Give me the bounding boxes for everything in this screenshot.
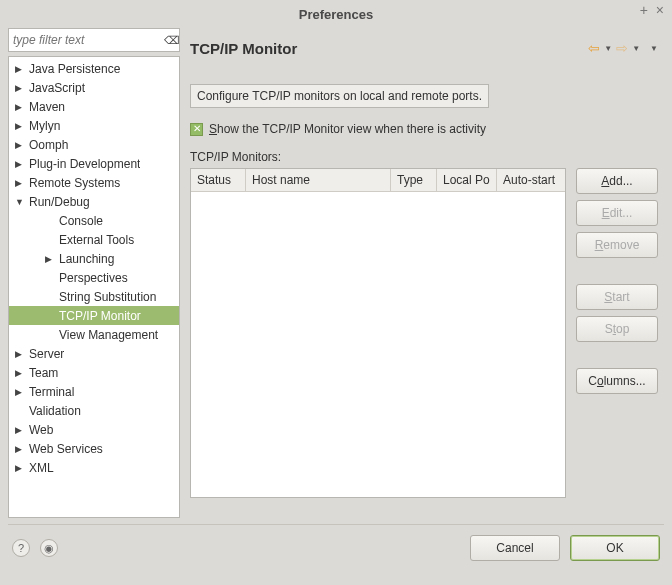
col-local[interactable]: Local Po	[437, 169, 497, 191]
tree-item-label: Run/Debug	[29, 195, 90, 209]
filter-input[interactable]	[13, 33, 164, 47]
tree-expander-icon[interactable]: ▶	[15, 349, 29, 359]
tree-expander-icon[interactable]: ▶	[15, 425, 29, 435]
content-pane: TCP/IP Monitor ⇦ ▼ ⇨ ▼ ▼ Configure TCP/I…	[184, 28, 664, 518]
window-minimize-icon[interactable]: +	[640, 2, 648, 18]
tree-expander-icon[interactable]: ▶	[15, 159, 29, 169]
info-icon[interactable]: ◉	[40, 539, 58, 557]
tree-expander-icon[interactable]: ▶	[45, 254, 59, 264]
back-arrow-icon[interactable]: ⇦	[588, 40, 600, 56]
tree-item-label: Console	[59, 214, 103, 228]
tree-item[interactable]: ▶Terminal	[9, 382, 179, 401]
tree-item-label: Oomph	[29, 138, 68, 152]
start-button: Start	[576, 284, 658, 310]
tree-expander-icon[interactable]: ▶	[15, 368, 29, 378]
tree-item-label: Launching	[59, 252, 114, 266]
tree-expander-icon[interactable]: ▶	[15, 83, 29, 93]
remove-button: Remove	[576, 232, 658, 258]
table-header: Status Host name Type Local Po Auto-star…	[191, 169, 565, 192]
add-button[interactable]: Add...	[576, 168, 658, 194]
forward-arrow-icon[interactable]: ⇨	[616, 40, 628, 56]
tree-item[interactable]: ▶Web	[9, 420, 179, 439]
description-box: Configure TCP/IP monitors on local and r…	[190, 84, 489, 108]
tree-expander-icon[interactable]: ▶	[15, 463, 29, 473]
tree-item[interactable]: ▶Web Services	[9, 439, 179, 458]
tree-item[interactable]: ▶Launching	[9, 249, 179, 268]
tree-item-label: Terminal	[29, 385, 74, 399]
window-title: Preferences	[299, 7, 373, 22]
tree-item[interactable]: ▶Server	[9, 344, 179, 363]
tree-expander-icon[interactable]: ▼	[15, 197, 29, 207]
cancel-button[interactable]: Cancel	[470, 535, 560, 561]
tree-item-label: Validation	[29, 404, 81, 418]
page-title: TCP/IP Monitor	[190, 40, 297, 57]
tree-item-label: Perspectives	[59, 271, 128, 285]
tree-item[interactable]: ▶Java Persistence	[9, 59, 179, 78]
tree-expander-icon[interactable]: ▶	[15, 64, 29, 74]
col-auto[interactable]: Auto-start	[497, 169, 565, 191]
back-menu-icon[interactable]: ▼	[604, 44, 612, 53]
sidebar: ⌫ ▶Java Persistence▶JavaScript▶Maven▶Myl…	[8, 28, 180, 518]
clear-filter-icon[interactable]: ⌫	[164, 34, 180, 47]
footer: ? ◉ Cancel OK	[0, 525, 672, 571]
tree-item[interactable]: ▶Mylyn	[9, 116, 179, 135]
window-close-icon[interactable]: ×	[656, 2, 664, 18]
tree-expander-icon[interactable]: ▶	[15, 121, 29, 131]
main-area: ⌫ ▶Java Persistence▶JavaScript▶Maven▶Myl…	[0, 28, 672, 518]
tree-item-label: Mylyn	[29, 119, 60, 133]
nav-arrows: ⇦ ▼ ⇨ ▼ ▼	[588, 40, 658, 56]
tree-item-label: Java Persistence	[29, 62, 120, 76]
stop-button: Stop	[576, 316, 658, 342]
tree-item[interactable]: View Management	[9, 325, 179, 344]
tree-expander-icon[interactable]: ▶	[15, 387, 29, 397]
tree-item-label: Remote Systems	[29, 176, 120, 190]
tree-item[interactable]: ▶Oomph	[9, 135, 179, 154]
side-buttons: Add... Edit... Remove Start Stop Columns…	[576, 168, 658, 518]
edit-button: Edit...	[576, 200, 658, 226]
page-menu-icon[interactable]: ▼	[650, 44, 658, 53]
checkbox-icon[interactable]: ✕	[190, 123, 203, 136]
show-view-checkbox-row[interactable]: ✕ Show the TCP/IP Monitor view when ther…	[190, 122, 658, 136]
tree-item-label: Maven	[29, 100, 65, 114]
tree-item[interactable]: Perspectives	[9, 268, 179, 287]
tree-item[interactable]: ▶Maven	[9, 97, 179, 116]
tree-item[interactable]: ▶XML	[9, 458, 179, 477]
window-controls: + ×	[640, 2, 664, 18]
tree-item[interactable]: Validation	[9, 401, 179, 420]
tree-item[interactable]: ▶JavaScript	[9, 78, 179, 97]
tree-item-label: Team	[29, 366, 58, 380]
monitors-table[interactable]: Status Host name Type Local Po Auto-star…	[190, 168, 566, 498]
checkbox-label: Show the TCP/IP Monitor view when there …	[209, 122, 486, 136]
tree-item[interactable]: String Substitution	[9, 287, 179, 306]
tree-item[interactable]: ▼Run/Debug	[9, 192, 179, 211]
tree-item[interactable]: ▶Plug-in Development	[9, 154, 179, 173]
titlebar: Preferences + ×	[0, 0, 672, 28]
ok-button[interactable]: OK	[570, 535, 660, 561]
tree-item-label: Web Services	[29, 442, 103, 456]
monitors-area: Status Host name Type Local Po Auto-star…	[190, 168, 658, 518]
tree-item[interactable]: Console	[9, 211, 179, 230]
tree-item[interactable]: TCP/IP Monitor	[9, 306, 179, 325]
tree-item-label: String Substitution	[59, 290, 156, 304]
tree-expander-icon[interactable]: ▶	[15, 140, 29, 150]
tree-expander-icon[interactable]: ▶	[15, 178, 29, 188]
filter-field-wrap[interactable]: ⌫	[8, 28, 180, 52]
tree-item-label: Web	[29, 423, 53, 437]
col-host[interactable]: Host name	[246, 169, 391, 191]
content-header: TCP/IP Monitor ⇦ ▼ ⇨ ▼ ▼	[190, 32, 658, 64]
tree-item[interactable]: ▶Team	[9, 363, 179, 382]
columns-button[interactable]: Columns...	[576, 368, 658, 394]
col-type[interactable]: Type	[391, 169, 437, 191]
tree-item-label: Server	[29, 347, 64, 361]
tree-item[interactable]: External Tools	[9, 230, 179, 249]
monitors-label: TCP/IP Monitors:	[190, 150, 658, 164]
tree-item-label: TCP/IP Monitor	[59, 309, 141, 323]
preferences-tree[interactable]: ▶Java Persistence▶JavaScript▶Maven▶Mylyn…	[8, 56, 180, 518]
tree-expander-icon[interactable]: ▶	[15, 444, 29, 454]
tree-item[interactable]: ▶Remote Systems	[9, 173, 179, 192]
description-text: Configure TCP/IP monitors on local and r…	[197, 89, 482, 103]
forward-menu-icon[interactable]: ▼	[632, 44, 640, 53]
col-status[interactable]: Status	[191, 169, 246, 191]
tree-expander-icon[interactable]: ▶	[15, 102, 29, 112]
help-icon[interactable]: ?	[12, 539, 30, 557]
